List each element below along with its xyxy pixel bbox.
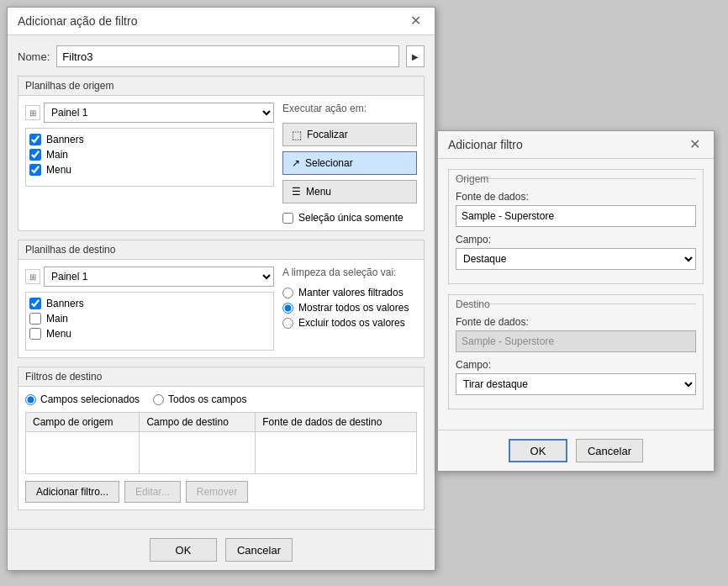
editar-button[interactable]: Editar... (124, 481, 181, 503)
origem-title-text: Origem (456, 173, 488, 185)
destino-title: Destino (449, 295, 703, 308)
main-dialog-body: Nome: ▶ Planilhas de origem ⊞ Painel 1 (8, 35, 435, 529)
menu-icon: ☰ (292, 186, 301, 198)
dest-sheet-select[interactable]: Painel 1 (44, 267, 274, 287)
source-check-menu: Menu (29, 162, 270, 177)
menu-button[interactable]: ☰ Menu (282, 180, 417, 203)
main-dialog-titlebar: Adicionar ação de filtro ✕ (8, 8, 435, 35)
radio-mostrar-label: Mostrar todos os valores (298, 302, 409, 314)
dest-grid-icon: ⊞ (25, 269, 40, 284)
dest-check-banners: Banners (29, 296, 270, 311)
dest-check-main: Main (29, 311, 270, 326)
nome-row: Nome: ▶ (18, 45, 425, 67)
campos-radio-row: Campos selecionados Todos os campos (25, 393, 417, 405)
source-checklist: Banners Main Menu (25, 128, 274, 187)
selecao-unica-label: Seleção única somente (298, 212, 404, 224)
source-checkbox-banners[interactable] (29, 134, 41, 145)
origem-inner: Fonte de dados: Campo: Destaque (449, 186, 703, 283)
selecao-unica-row: Seleção única somente (282, 212, 417, 224)
origem-fonte-input[interactable] (456, 205, 696, 227)
selecionar-label: Selecionar (305, 157, 353, 169)
origem-campo-select[interactable]: Destaque (456, 248, 696, 270)
source-left-col: ⊞ Painel 1 Banners (25, 103, 274, 224)
source-check-main: Main (29, 147, 270, 162)
origem-campo-label: Campo: (456, 234, 696, 245)
second-dialog-titlebar: Adicionar filtro ✕ (438, 131, 714, 159)
col-fonte-dados: Fonte de dados de destino (256, 413, 417, 432)
todos-campos-radio[interactable] (153, 394, 164, 405)
source-label-main: Main (46, 149, 68, 161)
focalizar-button[interactable]: ⬚ Focalizar (282, 123, 417, 146)
filter-table: Campo de origem Campo de destino Fonte d… (25, 412, 417, 474)
todos-campos-item: Todos os campos (153, 393, 246, 405)
origem-title: Origem (449, 170, 703, 182)
second-ok-button[interactable]: OK (509, 439, 567, 462)
destino-section: Destino Fonte de dados: Campo: Tirar des… (448, 294, 704, 409)
remover-button[interactable]: Remover (186, 481, 249, 503)
main-ok-button[interactable]: OK (150, 538, 217, 562)
source-right-col: Executar ação em: ⬚ Focalizar ↗ Selecion… (282, 103, 417, 224)
origem-section: Origem Fonte de dados: Campo: Destaque (448, 169, 704, 284)
destino-inner: Fonte de dados: Campo: Tirar destaque (449, 311, 703, 409)
campos-selecionados-radio[interactable] (25, 394, 36, 405)
dest-left-col: ⊞ Painel 1 Banners (25, 267, 274, 351)
main-dialog-footer: OK Cancelar (8, 529, 435, 570)
dest-checkbox-main[interactable] (29, 313, 41, 325)
second-cancelar-button[interactable]: Cancelar (576, 439, 643, 462)
second-dialog-title: Adicionar filtro (448, 138, 523, 151)
dest-checkbox-banners[interactable] (29, 298, 41, 309)
source-checkbox-main[interactable] (29, 149, 41, 161)
dest-sheets-group: Planilhas de destino ⊞ Painel 1 (18, 240, 425, 358)
source-label-banners: Banners (46, 134, 84, 145)
dest-label-menu: Menu (46, 328, 71, 340)
filtros-header: Filtros de destino (18, 367, 424, 387)
nome-arrow-button[interactable]: ▶ (406, 45, 425, 67)
dest-checkbox-menu[interactable] (29, 328, 41, 340)
table-cell-origem (26, 432, 140, 474)
radio-manter-input[interactable] (282, 288, 293, 298)
main-cancelar-button[interactable]: Cancelar (225, 538, 293, 562)
col-campo-origem: Campo de origem (26, 413, 140, 432)
filter-table-body (26, 432, 417, 474)
source-sheets-header: Planilhas de origem (18, 77, 424, 96)
radio-excluir-input[interactable] (282, 318, 293, 329)
source-checkbox-menu[interactable] (29, 164, 41, 176)
radio-mostrar-input[interactable] (282, 303, 293, 314)
destino-campo-label: Campo: (456, 359, 696, 371)
destino-campo-select[interactable]: Tirar destaque (456, 373, 696, 395)
destino-fonte-input (456, 330, 696, 352)
dest-checklist: Banners Main Menu (25, 292, 274, 351)
selecionar-button[interactable]: ↗ Selecionar (282, 151, 417, 175)
source-sheet-select[interactable]: Painel 1 (44, 103, 274, 123)
nome-label: Nome: (18, 50, 50, 63)
filter-table-header-row: Campo de origem Campo de destino Fonte d… (26, 413, 417, 432)
source-two-col: ⊞ Painel 1 Banners (25, 103, 417, 224)
focalizar-icon: ⬚ (292, 129, 302, 141)
dest-label-banners: Banners (46, 298, 84, 309)
destino-campo-row: Campo: Tirar destaque (456, 359, 696, 395)
origem-campo-row: Campo: Destaque (456, 234, 696, 270)
dest-label-main: Main (46, 313, 68, 325)
table-row (26, 432, 417, 474)
table-cell-fonte (256, 432, 417, 474)
dest-dropdown-row: ⊞ Painel 1 (25, 267, 274, 287)
campos-selecionados-item: Campos selecionados (25, 393, 140, 405)
source-check-banners: Banners (29, 132, 270, 147)
source-sheets-group: Planilhas de origem ⊞ Painel 1 (18, 76, 425, 231)
destino-title-text: Destino (456, 298, 490, 310)
selecao-unica-checkbox[interactable] (282, 213, 293, 224)
main-dialog-close-button[interactable]: ✕ (407, 14, 425, 28)
second-dialog-close-button[interactable]: ✕ (686, 138, 704, 151)
table-bottom-row: Adicionar filtro... Editar... Remover (25, 481, 417, 503)
dest-right-col: A limpeza da seleção vai: Manter valores… (282, 267, 417, 351)
source-sheets-content: ⊞ Painel 1 Banners (18, 96, 424, 230)
adicionar-filtro-button[interactable]: Adicionar filtro... (25, 481, 119, 503)
filter-table-head: Campo de origem Campo de destino Fonte d… (26, 413, 417, 432)
source-grid-icon: ⊞ (25, 105, 40, 120)
radio-manter-label: Manter valores filtrados (298, 287, 404, 298)
nome-input[interactable] (56, 45, 399, 67)
source-dropdown-row: ⊞ Painel 1 (25, 103, 274, 123)
radio-group: Manter valores filtrados Mostrar todos o… (282, 287, 417, 329)
table-cell-destino (140, 432, 256, 474)
dest-check-menu: Menu (29, 326, 270, 341)
